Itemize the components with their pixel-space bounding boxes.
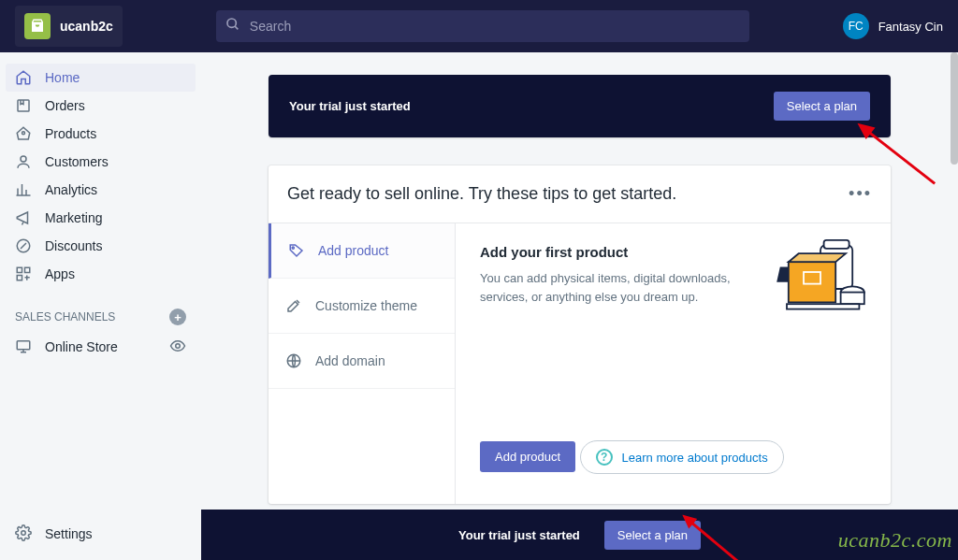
view-store-icon[interactable] [169, 337, 186, 357]
watermark-text: ucanb2c.com [838, 528, 952, 553]
step-content: Add your first product You can add physi… [456, 223, 891, 504]
svg-rect-19 [841, 293, 864, 305]
learn-more-link[interactable]: ? Learn more about products [580, 440, 784, 474]
nav-products-label: Products [45, 126, 96, 141]
nav-orders-label: Orders [45, 98, 85, 113]
add-channel-button[interactable]: + [169, 309, 186, 325]
svg-point-3 [22, 132, 25, 135]
svg-point-4 [21, 156, 26, 162]
nav-settings[interactable]: Settings [0, 515, 201, 553]
onboarding-step-list: Add product Customize theme Add domain [269, 223, 456, 504]
bottom-trial-text: Your trial just started [458, 528, 580, 542]
svg-rect-20 [787, 304, 859, 309]
svg-point-10 [176, 343, 181, 348]
sales-channels-heading: SALES CHANNELS + [0, 288, 201, 333]
search-input[interactable] [216, 10, 749, 42]
main-content: Your trial just started Select a plan Ge… [201, 52, 958, 560]
svg-rect-15 [824, 240, 849, 249]
product-illustration [769, 238, 872, 323]
svg-rect-7 [25, 267, 30, 272]
nav-home[interactable]: Home [6, 64, 196, 92]
svg-rect-9 [17, 340, 30, 349]
nav-apps-label: Apps [45, 266, 75, 281]
store-name-label: ucanb2c [60, 19, 113, 34]
svg-rect-8 [17, 276, 22, 280]
products-icon [15, 125, 32, 142]
nav-analytics-label: Analytics [45, 182, 97, 197]
scrollbar[interactable] [951, 52, 958, 165]
add-product-button[interactable]: Add product [480, 441, 575, 472]
nav-apps[interactable]: Apps [0, 260, 201, 288]
apps-icon [15, 266, 32, 282]
select-plan-button[interactable]: Select a plan [774, 92, 870, 121]
bottom-select-plan-button[interactable]: Select a plan [604, 521, 701, 550]
step-customize-theme[interactable]: Customize theme [269, 279, 455, 334]
svg-point-0 [227, 19, 236, 27]
channel-online-store-label: Online Store [45, 339, 118, 354]
nav-discounts-label: Discounts [45, 238, 102, 253]
step-customize-theme-label: Customize theme [315, 298, 417, 313]
orders-icon [15, 97, 32, 114]
search-icon [225, 17, 240, 36]
onboarding-card: Get ready to sell online. Try these tips… [269, 165, 891, 504]
discounts-icon [15, 237, 32, 254]
nav-customers-label: Customers [45, 154, 109, 169]
step-add-domain[interactable]: Add domain [269, 334, 455, 389]
step-description: You can add physical items, digital down… [480, 269, 742, 306]
sidebar: Home Orders Products Customers Analytics… [0, 52, 201, 560]
nav-discounts[interactable]: Discounts [0, 232, 201, 260]
user-avatar: FC [843, 13, 869, 39]
online-store-icon [15, 337, 32, 357]
brush-icon [285, 297, 302, 314]
svg-rect-16 [789, 262, 835, 302]
home-icon [15, 69, 32, 86]
nav-products[interactable]: Products [0, 120, 201, 148]
nav-home-label: Home [45, 70, 80, 85]
card-title: Get ready to sell online. Try these tips… [287, 184, 676, 204]
analytics-icon [15, 181, 32, 198]
learn-more-label: Learn more about products [622, 451, 768, 465]
nav-marketing[interactable]: Marketing [0, 204, 201, 232]
step-add-domain-label: Add domain [315, 353, 385, 368]
shopify-logo-icon [24, 13, 51, 39]
user-name-label: Fantasy Cin [878, 20, 943, 34]
svg-point-12 [292, 247, 294, 249]
nav-analytics[interactable]: Analytics [0, 176, 201, 204]
nav-customers[interactable]: Customers [0, 148, 201, 176]
card-header: Get ready to sell online. Try these tips… [269, 165, 891, 223]
store-switcher[interactable]: ucanb2c [15, 6, 123, 47]
marketing-icon [15, 209, 32, 226]
svg-point-11 [22, 530, 26, 535]
svg-rect-6 [17, 267, 22, 272]
nav-marketing-label: Marketing [45, 210, 102, 225]
trial-banner: Your trial just started Select a plan [269, 75, 891, 137]
nav-settings-label: Settings [45, 526, 93, 541]
step-add-product-label: Add product [318, 243, 389, 258]
svg-line-1 [235, 26, 238, 29]
sales-channels-label: SALES CHANNELS [15, 310, 115, 323]
help-icon: ? [596, 449, 613, 466]
step-add-product[interactable]: Add product [269, 223, 455, 279]
customers-icon [15, 153, 32, 170]
settings-icon [15, 524, 32, 544]
globe-icon [285, 352, 302, 369]
nav-orders[interactable]: Orders [0, 92, 201, 120]
trial-banner-text: Your trial just started [289, 99, 411, 113]
user-menu[interactable]: FC Fantasy Cin [843, 13, 943, 39]
card-more-button[interactable]: ••• [849, 184, 872, 204]
top-bar: ucanb2c FC Fantasy Cin [0, 0, 958, 52]
search-container [216, 10, 749, 42]
channel-online-store[interactable]: Online Store [0, 333, 201, 361]
tag-icon [288, 242, 305, 259]
